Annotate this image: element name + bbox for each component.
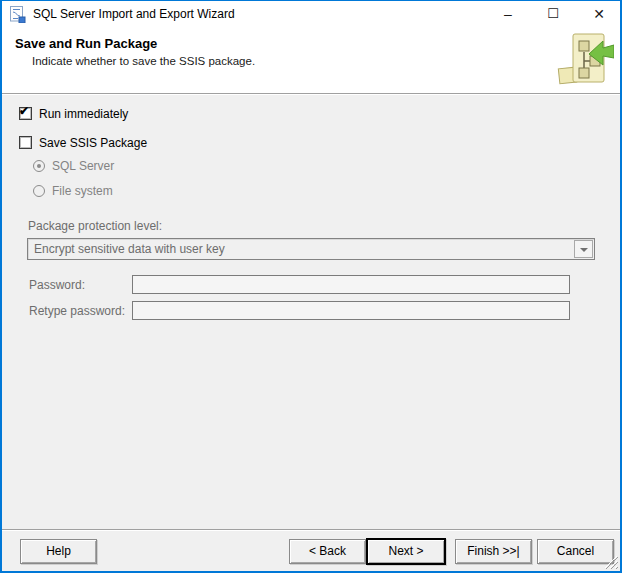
minimize-icon[interactable]: –	[490, 1, 526, 28]
sql-server-radio	[33, 160, 45, 172]
password-label: Password:	[29, 278, 85, 292]
dropdown-button	[574, 240, 593, 258]
titlebar[interactable]: SQL Server Import and Export Wizard – ☐ …	[2, 1, 620, 28]
checkmark-icon	[19, 134, 32, 147]
help-button[interactable]: Help	[20, 539, 97, 564]
wizard-page-header: Save and Run Package Indicate whether to…	[2, 28, 620, 93]
ssis-package-icon	[556, 30, 614, 90]
password-field	[132, 275, 570, 294]
maximize-icon[interactable]: ☐	[535, 1, 571, 28]
footer-divider	[2, 529, 620, 530]
back-button[interactable]: < Back	[289, 539, 366, 564]
file-system-label: File system	[52, 184, 113, 198]
run-immediately-checkbox[interactable]: ✔	[19, 107, 32, 120]
page-subtitle: Indicate whether to save the SSIS packag…	[32, 55, 255, 67]
retype-password-label: Retype password:	[29, 304, 125, 318]
wizard-window: SQL Server Import and Export Wizard – ☐ …	[0, 0, 622, 573]
resize-grip[interactable]	[603, 554, 618, 569]
finish-button[interactable]: Finish >>|	[455, 539, 532, 564]
retype-password-field	[132, 301, 570, 320]
protection-level-dropdown: Encrypt sensitive data with user key	[27, 238, 595, 260]
sql-server-label: SQL Server	[52, 159, 114, 173]
wizard-app-icon	[9, 6, 26, 23]
save-ssis-checkbox[interactable]	[19, 136, 32, 149]
close-icon[interactable]: ✕	[581, 1, 617, 28]
window-title: SQL Server Import and Export Wizard	[33, 1, 235, 28]
chevron-down-icon	[580, 248, 588, 252]
run-immediately-label[interactable]: Run immediately	[39, 107, 128, 121]
protection-level-label: Package protection level:	[28, 219, 162, 233]
file-system-radio	[33, 185, 45, 197]
page-title: Save and Run Package	[15, 36, 157, 51]
save-ssis-label[interactable]: Save SSIS Package	[39, 136, 147, 150]
header-divider	[2, 93, 620, 94]
next-button[interactable]: Next >	[366, 538, 446, 565]
checkmark-icon: ✔	[19, 105, 32, 118]
protection-level-value: Encrypt sensitive data with user key	[34, 239, 225, 259]
